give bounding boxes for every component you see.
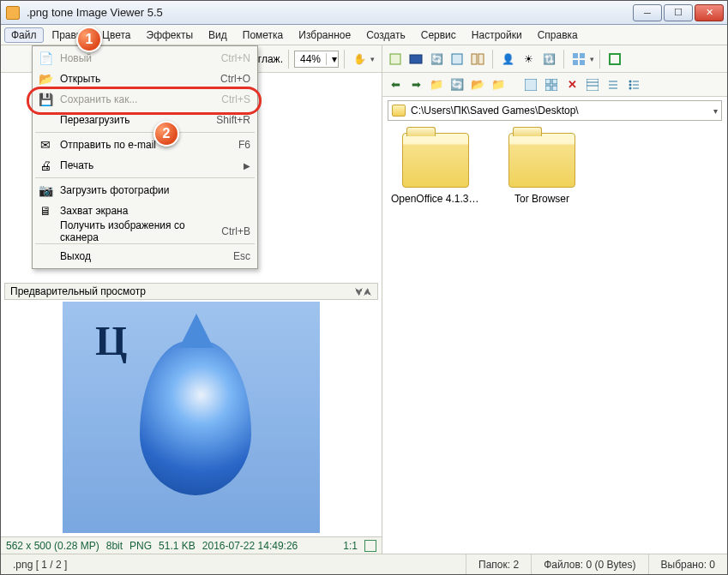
preview-header[interactable]: Предварительный просмотр ⮟⮝	[4, 283, 378, 300]
toolbar-sep-2	[344, 50, 345, 69]
scanner-icon	[38, 224, 53, 239]
open-folder2-icon[interactable]: 📂	[470, 77, 485, 93]
dd-capture[interactable]: 🖥 Захват экрана	[34, 201, 256, 221]
preview-overlay-text: Ц	[95, 317, 127, 364]
menu-file[interactable]: Файл	[4, 27, 44, 43]
view-xl-icon[interactable]	[523, 77, 538, 93]
smooth-label: глаж.	[258, 53, 283, 65]
list-view-icon[interactable]	[605, 77, 621, 93]
open-folder-icon: 📂	[38, 71, 53, 87]
water-drop-graphic	[140, 341, 251, 495]
path-text: C:\Users\ПК\Saved Games\Desktop\	[411, 105, 579, 117]
preview-area: Ц	[4, 302, 378, 533]
menu-favorites[interactable]: Избранное	[292, 27, 358, 43]
status-selected: Выбрано: 0	[649, 554, 728, 574]
reload-icon	[38, 112, 53, 128]
annotation-2: 2	[153, 121, 179, 147]
dd-save-as[interactable]: 💾 Сохранить как... Ctrl+S	[34, 89, 256, 110]
refresh-icon[interactable]: 🔃	[539, 50, 558, 69]
menu-view[interactable]: Вид	[202, 27, 234, 43]
dd-email[interactable]: ✉ Отправить по e-mail F6	[34, 135, 256, 155]
info-format: PNG	[129, 540, 152, 552]
film-icon[interactable]	[406, 50, 425, 69]
preview-info-bar: 562 x 500 (0.28 MP) 8bit PNG 51.1 KB 201…	[1, 536, 382, 554]
up-icon[interactable]: 📁	[429, 77, 444, 93]
dd-print[interactable]: 🖨 Печать ▶	[34, 155, 256, 176]
minimize-button[interactable]: ─	[633, 4, 662, 21]
close-button[interactable]: ✕	[695, 4, 724, 21]
right-toolbar-1: 🔄 👤 ☀ 🔃 ▾	[382, 45, 727, 73]
layout-icon[interactable]	[569, 50, 588, 69]
rtb-sep-2	[563, 50, 564, 69]
person-icon[interactable]: 👤	[498, 50, 517, 69]
rotate-icon[interactable]: 🔄	[427, 50, 446, 69]
menu-effects[interactable]: Эффекты	[140, 27, 201, 43]
sun-icon[interactable]: ☀	[519, 50, 538, 69]
info-dims: 562 x 500 (0.28 MP)	[6, 540, 99, 552]
dd-reload[interactable]: Перезагрузить Shift+R	[34, 110, 256, 130]
maximize-button[interactable]: ☐	[664, 4, 693, 21]
folder-thumb-icon	[402, 133, 469, 188]
right-pane: 🔄 👤 ☀ 🔃 ▾ ⬅ ➡ 📁 🔄 📂 📁	[382, 45, 727, 554]
path-bar[interactable]: C:\Users\ПК\Saved Games\Desktop\ ▾	[388, 100, 722, 121]
hand-dd-icon[interactable]: ▾	[370, 55, 375, 63]
chevron-down-icon: ▾	[326, 53, 338, 65]
svg-point-22	[629, 83, 632, 86]
menu-settings[interactable]: Настройки	[465, 27, 529, 43]
folder-icon	[392, 105, 406, 117]
svg-rect-11	[545, 79, 551, 84]
delete-icon[interactable]: ✕	[564, 77, 580, 93]
file-item-openoffice[interactable]: OpenOffice 4.1.3 (ru)...	[391, 133, 480, 205]
hand-tool-icon[interactable]: ✋	[350, 50, 369, 69]
fit-icon[interactable]	[364, 540, 376, 552]
dd-new[interactable]: 📄 Новый Ctrl+N	[34, 48, 256, 69]
dd-upload[interactable]: 📷 Загрузить фотографии	[34, 180, 256, 201]
zoom-value: 44%	[295, 53, 326, 65]
svg-rect-7	[573, 60, 578, 65]
titlebar: .png tone Image Viewer 5.5 ─ ☐ ✕	[1, 1, 727, 25]
file-name: Tor Browser	[514, 193, 569, 205]
svg-rect-4	[478, 54, 484, 64]
fullscreen-icon[interactable]	[605, 50, 624, 69]
compare-icon[interactable]	[468, 50, 487, 69]
menu-create[interactable]: Создать	[359, 27, 412, 43]
menu-help[interactable]: Справка	[531, 27, 585, 43]
svg-rect-14	[552, 86, 557, 91]
zoom-combo[interactable]: 44% ▾	[294, 51, 339, 68]
svg-rect-5	[573, 53, 578, 58]
dd-scan[interactable]: Получить изображения со сканера Ctrl+B	[34, 221, 256, 242]
forward-icon[interactable]: ➡	[408, 77, 424, 93]
batch-icon[interactable]	[386, 50, 405, 69]
collapse-arrows-icon: ⮟⮝	[355, 287, 372, 296]
screen-capture-icon: 🖥	[38, 203, 53, 219]
small-list-icon[interactable]	[626, 77, 641, 93]
view-grid-icon[interactable]	[544, 77, 559, 93]
menubar: Файл Правка Цвета Эффекты Вид Пометка Из…	[1, 25, 727, 45]
menu-mark[interactable]: Пометка	[236, 27, 291, 43]
details-view-icon[interactable]	[585, 77, 600, 93]
path-dropdown-icon[interactable]: ▾	[713, 106, 718, 116]
print-icon: 🖨	[38, 158, 53, 173]
slideshow-icon[interactable]	[448, 50, 466, 69]
svg-rect-2	[452, 54, 462, 64]
browser-toolbar: ⬅ ➡ 📁 🔄 📂 📁 ✕	[382, 73, 727, 97]
back-icon[interactable]: ⬅	[388, 77, 403, 93]
svg-rect-10	[525, 79, 537, 91]
menu-tools[interactable]: Сервис	[414, 27, 463, 43]
file-item-torbrowser[interactable]: Tor Browser	[497, 133, 587, 205]
layout-dd-icon[interactable]: ▾	[590, 55, 594, 63]
file-area[interactable]: OpenOffice 4.1.3 (ru)... Tor Browser	[382, 124, 727, 554]
rtb-sep-1	[492, 50, 493, 69]
file-dropdown: 📄 Новый Ctrl+N 📂 Открыть Ctrl+O 💾 Сохран…	[32, 45, 258, 269]
reload-folder-icon[interactable]: 🔄	[449, 77, 465, 93]
svg-point-21	[629, 80, 632, 82]
preview-image: Ц	[63, 302, 320, 533]
svg-rect-13	[545, 86, 551, 91]
dd-divider-3	[35, 243, 255, 244]
info-timestamp: 2016-07-22 14:49:26	[202, 540, 298, 552]
email-icon: ✉	[38, 137, 53, 153]
dd-open[interactable]: 📂 Открыть Ctrl+O	[34, 69, 256, 89]
special-folder-icon[interactable]: 📁	[490, 77, 506, 93]
dd-exit[interactable]: Выход Esc	[34, 246, 256, 267]
window-controls: ─ ☐ ✕	[633, 4, 727, 21]
